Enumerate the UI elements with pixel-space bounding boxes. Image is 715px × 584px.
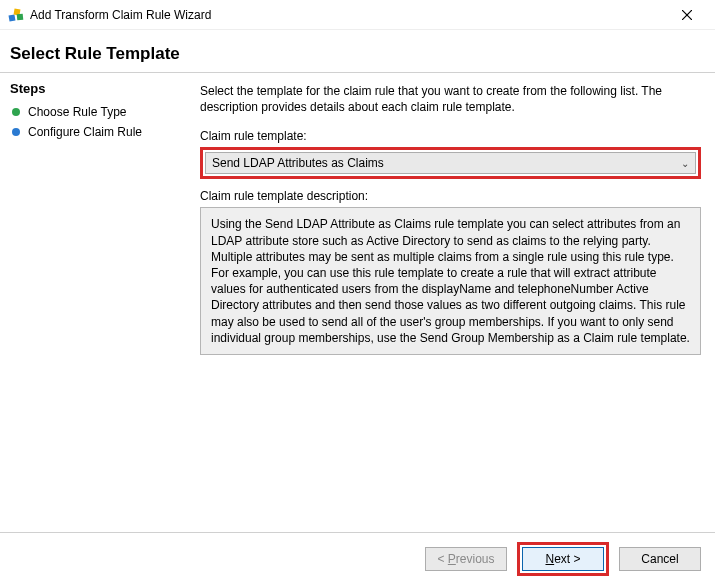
close-button[interactable] [667, 1, 707, 29]
footer-buttons: < Previous Next > Cancel [0, 532, 715, 584]
close-icon [682, 10, 692, 20]
step-label: Configure Claim Rule [28, 125, 142, 139]
next-button-label: Next > [545, 552, 580, 566]
template-select-value: Send LDAP Attributes as Claims [212, 156, 384, 170]
app-icon [8, 7, 24, 23]
cancel-button[interactable]: Cancel [619, 547, 701, 571]
step-label: Choose Rule Type [28, 105, 127, 119]
step-choose-rule-type[interactable]: Choose Rule Type [10, 102, 180, 122]
page-heading: Select Rule Template [0, 30, 715, 70]
main-panel: Select the template for the claim rule t… [190, 73, 715, 532]
page-title: Select Rule Template [10, 44, 705, 64]
bullet-icon [12, 108, 20, 116]
next-button-highlight: Next > [517, 542, 609, 576]
template-select[interactable]: Send LDAP Attributes as Claims ⌄ [205, 152, 696, 174]
previous-button-label: < Previous [437, 552, 494, 566]
step-configure-claim-rule[interactable]: Configure Claim Rule [10, 122, 180, 142]
steps-sidebar: Steps Choose Rule Type Configure Claim R… [0, 73, 190, 532]
description-box: Using the Send LDAP Attribute as Claims … [200, 207, 701, 355]
titlebar: Add Transform Claim Rule Wizard [0, 0, 715, 30]
template-select-highlight: Send LDAP Attributes as Claims ⌄ [200, 147, 701, 179]
template-label: Claim rule template: [200, 129, 701, 143]
intro-text: Select the template for the claim rule t… [200, 83, 701, 115]
cancel-button-label: Cancel [641, 552, 678, 566]
description-label: Claim rule template description: [200, 189, 701, 203]
previous-button: < Previous [425, 547, 507, 571]
bullet-icon [12, 128, 20, 136]
content-area: Steps Choose Rule Type Configure Claim R… [0, 72, 715, 532]
chevron-down-icon: ⌄ [681, 158, 689, 169]
svg-rect-0 [9, 14, 16, 21]
steps-title: Steps [10, 81, 180, 96]
svg-rect-2 [17, 13, 24, 20]
next-button[interactable]: Next > [522, 547, 604, 571]
window-title: Add Transform Claim Rule Wizard [30, 8, 211, 22]
